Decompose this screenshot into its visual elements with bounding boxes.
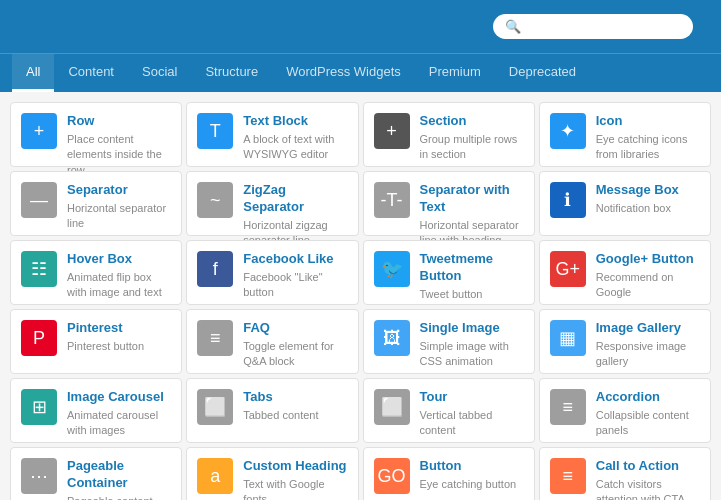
element-icon: ⋯: [21, 458, 57, 494]
element-item[interactable]: ☷ Hover Box Animated flip box with image…: [10, 240, 182, 305]
element-info: Message Box Notification box: [596, 182, 700, 216]
element-desc: Vertical tabbed content: [420, 408, 524, 439]
element-icon: 🖼: [374, 320, 410, 356]
element-info: Text Block A block of text with WYSIWYG …: [243, 113, 347, 163]
element-item[interactable]: GO Button Eye catching button: [363, 447, 535, 500]
element-name: Tour: [420, 389, 524, 406]
element-icon: +: [21, 113, 57, 149]
search-container: 🔍: [493, 14, 693, 39]
element-desc: Facebook "Like" button: [243, 270, 347, 301]
element-name: Facebook Like: [243, 251, 347, 268]
element-info: Section Group multiple rows in section: [420, 113, 524, 163]
element-item[interactable]: ≡ Call to Action Catch visitors attentio…: [539, 447, 711, 500]
tab-structure[interactable]: Structure: [191, 54, 272, 92]
element-item[interactable]: ≡ FAQ Toggle element for Q&A block: [186, 309, 358, 374]
element-item[interactable]: ✦ Icon Eye catching icons from libraries: [539, 102, 711, 167]
tab-wordpress[interactable]: WordPress Widgets: [272, 54, 415, 92]
element-info: Separator Horizontal separator line: [67, 182, 171, 232]
element-icon: ☷: [21, 251, 57, 287]
element-item[interactable]: ≡ Accordion Collapsible content panels: [539, 378, 711, 443]
element-item[interactable]: + Row Place content elements inside the …: [10, 102, 182, 167]
element-item[interactable]: ℹ Message Box Notification box: [539, 171, 711, 236]
element-name: Text Block: [243, 113, 347, 130]
element-icon: P: [21, 320, 57, 356]
element-item[interactable]: T Text Block A block of text with WYSIWY…: [186, 102, 358, 167]
element-item[interactable]: ▦ Image Gallery Responsive image gallery: [539, 309, 711, 374]
element-icon: ≡: [550, 458, 586, 494]
element-desc: Simple image with CSS animation: [420, 339, 524, 370]
element-desc: Horizontal separator line: [67, 201, 171, 232]
element-info: FAQ Toggle element for Q&A block: [243, 320, 347, 370]
element-desc: Eye catching icons from libraries: [596, 132, 700, 163]
element-desc: Tweet button: [420, 287, 524, 302]
search-input[interactable]: [527, 19, 687, 34]
element-desc: Group multiple rows in section: [420, 132, 524, 163]
element-name: Image Carousel: [67, 389, 171, 406]
element-info: Facebook Like Facebook "Like" button: [243, 251, 347, 301]
tabs-bar: AllContentSocialStructureWordPress Widge…: [0, 53, 721, 92]
element-item[interactable]: ~ ZigZag Separator Horizontal zigzag sep…: [186, 171, 358, 236]
element-item[interactable]: 🐦 Tweetmeme Button Tweet button: [363, 240, 535, 305]
element-item[interactable]: + Section Group multiple rows in section: [363, 102, 535, 167]
element-desc: Tabbed content: [243, 408, 347, 423]
element-icon: GO: [374, 458, 410, 494]
element-info: Pageable Container Pageable content cont…: [67, 458, 171, 500]
element-item[interactable]: ⋯ Pageable Container Pageable content co…: [10, 447, 182, 500]
element-name: Icon: [596, 113, 700, 130]
element-desc: Eye catching button: [420, 477, 524, 492]
element-name: Tweetmeme Button: [420, 251, 524, 285]
modal-header: 🔍: [0, 0, 721, 53]
element-info: Row Place content elements inside the ro…: [67, 113, 171, 178]
element-item[interactable]: ⬜ Tour Vertical tabbed content: [363, 378, 535, 443]
element-icon: ~: [197, 182, 233, 218]
element-item[interactable]: ⊞ Image Carousel Animated carousel with …: [10, 378, 182, 443]
element-item[interactable]: G+ Google+ Button Recommend on Google: [539, 240, 711, 305]
element-info: Hover Box Animated flip box with image a…: [67, 251, 171, 301]
element-name: Row: [67, 113, 171, 130]
element-icon: f: [197, 251, 233, 287]
element-desc: Collapsible content panels: [596, 408, 700, 439]
element-desc: Recommend on Google: [596, 270, 700, 301]
element-info: Tour Vertical tabbed content: [420, 389, 524, 439]
search-icon: 🔍: [505, 19, 521, 34]
add-element-modal: 🔍 AllContentSocialStructureWordPress Wid…: [0, 0, 721, 500]
element-info: Icon Eye catching icons from libraries: [596, 113, 700, 163]
element-info: Pinterest Pinterest button: [67, 320, 171, 354]
element-info: Image Carousel Animated carousel with im…: [67, 389, 171, 439]
tab-all[interactable]: All: [12, 54, 54, 92]
tab-premium[interactable]: Premium: [415, 54, 495, 92]
element-icon: T: [197, 113, 233, 149]
element-icon: +: [374, 113, 410, 149]
tab-content[interactable]: Content: [54, 54, 128, 92]
element-item[interactable]: f Facebook Like Facebook "Like" button: [186, 240, 358, 305]
element-desc: Notification box: [596, 201, 700, 216]
element-name: ZigZag Separator: [243, 182, 347, 216]
element-item[interactable]: ⬜ Tabs Tabbed content: [186, 378, 358, 443]
element-info: Google+ Button Recommend on Google: [596, 251, 700, 301]
element-icon: —: [21, 182, 57, 218]
element-desc: Catch visitors attention with CTA block: [596, 477, 700, 500]
element-name: Accordion: [596, 389, 700, 406]
element-item[interactable]: a Custom Heading Text with Google fonts: [186, 447, 358, 500]
element-item[interactable]: — Separator Horizontal separator line: [10, 171, 182, 236]
element-name: Call to Action: [596, 458, 700, 475]
element-desc: Text with Google fonts: [243, 477, 347, 500]
element-icon: ≡: [550, 389, 586, 425]
element-icon: G+: [550, 251, 586, 287]
element-item[interactable]: 🖼 Single Image Simple image with CSS ani…: [363, 309, 535, 374]
element-item[interactable]: P Pinterest Pinterest button: [10, 309, 182, 374]
element-info: Image Gallery Responsive image gallery: [596, 320, 700, 370]
element-item[interactable]: -T- Separator with Text Horizontal separ…: [363, 171, 535, 236]
element-icon: ▦: [550, 320, 586, 356]
tab-social[interactable]: Social: [128, 54, 191, 92]
element-icon: -T-: [374, 182, 410, 218]
header-right: 🔍: [493, 14, 703, 39]
element-info: ZigZag Separator Horizontal zigzag separ…: [243, 182, 347, 249]
element-name: Single Image: [420, 320, 524, 337]
element-info: Call to Action Catch visitors attention …: [596, 458, 700, 500]
element-desc: Animated carousel with images: [67, 408, 171, 439]
element-name: Custom Heading: [243, 458, 347, 475]
element-info: Tweetmeme Button Tweet button: [420, 251, 524, 302]
element-icon: a: [197, 458, 233, 494]
tab-deprecated[interactable]: Deprecated: [495, 54, 590, 92]
